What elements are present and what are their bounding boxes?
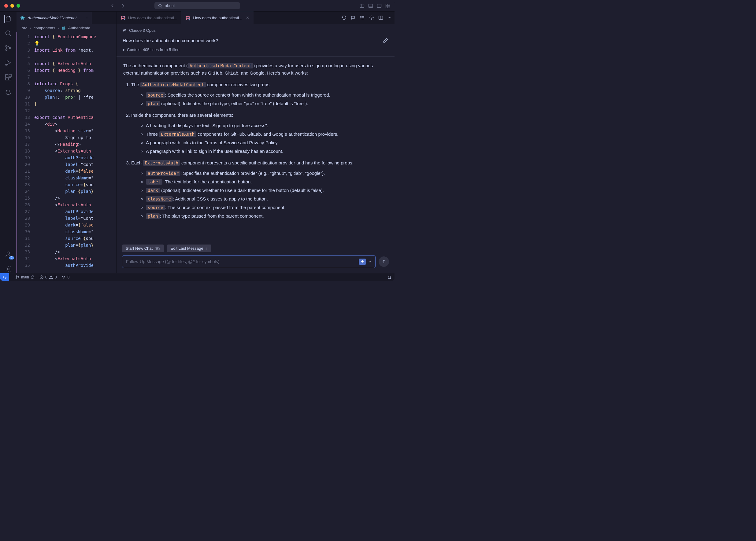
svg-rect-8 xyxy=(388,4,390,6)
chat-question: How does the authentication component wo… xyxy=(123,38,218,43)
remote-button[interactable] xyxy=(0,273,9,281)
svg-point-37 xyxy=(361,18,361,18)
code-content: import { FunctionCompone💡import Link fro… xyxy=(34,32,116,273)
extensions-icon[interactable] xyxy=(4,73,12,81)
command-search[interactable]: about xyxy=(154,2,240,9)
bell-icon[interactable] xyxy=(387,275,391,279)
code-editor[interactable]: 1234567891011121314151617181920212223242… xyxy=(17,32,116,273)
chevron-right-icon: › xyxy=(58,26,59,30)
label: Start New Chat xyxy=(126,246,153,251)
react-icon xyxy=(61,26,66,30)
chat-tab[interactable]: How does the authenticati... xyxy=(117,12,181,24)
code-inline: plan xyxy=(146,213,160,219)
tab-more-icon[interactable]: ⋯ xyxy=(84,16,88,20)
gear-icon[interactable] xyxy=(369,15,374,20)
text: Inside the component, there are several … xyxy=(131,113,233,118)
breadcrumb-seg: components xyxy=(34,26,55,30)
titlebar: about xyxy=(0,0,395,12)
label: Edit Last Message xyxy=(171,246,203,251)
placeholder: Follow-Up Message (@ for files, @# for s… xyxy=(126,259,219,264)
settings-gear-icon[interactable] xyxy=(4,265,12,273)
layout-grid-icon[interactable] xyxy=(385,3,390,8)
svg-point-11 xyxy=(6,31,10,35)
svg-point-13 xyxy=(6,49,7,51)
new-chat-icon[interactable] xyxy=(351,15,356,20)
search-icon[interactable] xyxy=(4,29,12,37)
search-icon xyxy=(158,4,162,8)
statusbar: main 0 0 0 xyxy=(0,273,395,281)
svg-rect-17 xyxy=(6,78,8,80)
chat-tab[interactable]: How does the authenticati... ✕ xyxy=(181,12,253,24)
kbd: ↑ xyxy=(206,246,208,251)
editor-tabs: AuthenticateModalContent.t... ⋯ xyxy=(17,12,116,24)
panel-right-icon[interactable] xyxy=(377,3,382,8)
svg-point-48 xyxy=(64,277,64,278)
svg-point-20 xyxy=(6,91,7,91)
chevron-down-icon[interactable] xyxy=(368,260,372,264)
error-count: 0 xyxy=(45,275,47,279)
cody-icon[interactable] xyxy=(4,88,12,96)
more-icon[interactable]: ⋯ xyxy=(387,15,391,20)
close-window[interactable] xyxy=(4,4,8,8)
nav-forward-icon[interactable] xyxy=(120,3,125,8)
context-toggle[interactable]: ▶ Context: 405 lines from 5 files xyxy=(117,46,395,57)
file-tab[interactable]: AuthenticateModalContent.t... ⋯ xyxy=(17,12,92,24)
svg-point-44 xyxy=(18,276,19,277)
close-icon[interactable]: ✕ xyxy=(246,16,249,20)
branch-button[interactable]: main xyxy=(15,275,35,279)
start-new-chat-button[interactable]: Start New Chat ⌘/ xyxy=(122,245,164,252)
nav-back-icon[interactable] xyxy=(110,3,115,8)
explorer-icon[interactable] xyxy=(4,15,12,23)
sync-icon[interactable] xyxy=(31,275,35,279)
accounts-icon[interactable] xyxy=(4,250,12,258)
split-icon[interactable] xyxy=(378,15,383,20)
text: A paragraph with links to the Terms of S… xyxy=(146,139,388,146)
problems-button[interactable]: 0 0 xyxy=(39,275,57,279)
code-inline: plan xyxy=(146,101,160,106)
svg-rect-19 xyxy=(9,74,11,77)
code-inline: source xyxy=(146,205,165,210)
chat-tabs: How does the authenticati... How does th… xyxy=(117,12,395,24)
debug-icon[interactable] xyxy=(4,59,12,67)
breadcrumb[interactable]: src › components › Authenticate... xyxy=(17,24,116,32)
window-controls xyxy=(4,4,20,8)
ports-button[interactable]: 0 xyxy=(61,275,69,279)
text: Three xyxy=(146,132,159,137)
svg-point-12 xyxy=(6,46,7,47)
panel-bottom-icon[interactable] xyxy=(368,3,373,8)
search-text: about xyxy=(165,3,175,8)
svg-point-23 xyxy=(7,268,9,270)
branch-name: main xyxy=(21,275,29,279)
maximize-window[interactable] xyxy=(17,4,20,8)
context-text: Context: 405 lines from 5 files xyxy=(127,47,179,52)
text: : The source or context passed from the … xyxy=(165,205,286,210)
minimize-window[interactable] xyxy=(10,4,14,8)
code-inline: authProvider xyxy=(146,171,180,176)
edit-last-message-button[interactable]: Edit Last Message ↑ xyxy=(167,245,211,252)
list-icon[interactable] xyxy=(360,15,365,20)
chat-input[interactable]: Follow-Up Message (@ for files, @# for s… xyxy=(122,255,376,268)
history-icon[interactable] xyxy=(342,15,347,20)
svg-rect-3 xyxy=(369,4,373,7)
text: A heading that displays the text "Sign u… xyxy=(146,122,388,129)
svg-point-43 xyxy=(16,277,17,278)
svg-point-39 xyxy=(371,17,372,18)
text: : The text label for the authentication … xyxy=(162,179,252,184)
svg-point-0 xyxy=(159,4,161,7)
triangle-right-icon: ▶ xyxy=(123,48,125,51)
code-inline: ExternalsAuth xyxy=(143,160,180,166)
text: : Specifies the authentication provider … xyxy=(180,171,325,176)
chat-model-header: A\ Claude 3 Opus xyxy=(117,24,395,35)
chevron-right-icon: › xyxy=(30,26,31,30)
source-control-icon[interactable] xyxy=(4,44,12,52)
svg-point-47 xyxy=(51,278,51,278)
text: The authentication component ( xyxy=(123,63,188,68)
activitybar xyxy=(0,12,17,273)
code-inline: AuthenticateModalContent xyxy=(140,82,206,87)
panel-left-icon[interactable] xyxy=(360,3,365,8)
text: The xyxy=(131,82,140,87)
edit-icon[interactable] xyxy=(383,38,388,43)
send-button[interactable] xyxy=(379,257,389,267)
enhance-icon[interactable] xyxy=(359,259,366,265)
port-count: 0 xyxy=(67,275,69,279)
